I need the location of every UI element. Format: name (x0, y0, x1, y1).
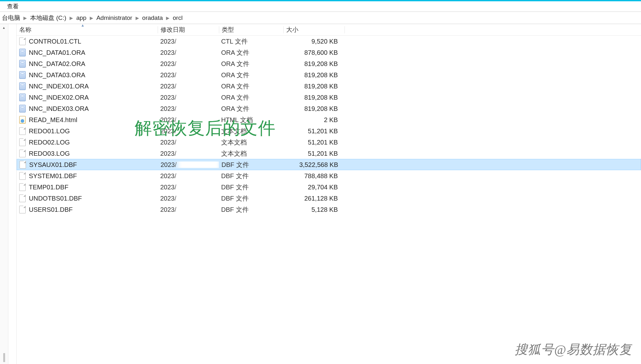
scroll-up-icon[interactable]: ▴ (2, 25, 6, 30)
file-row[interactable]: NNC_DATA01.ORA2023/ORA 文件878,600 KB (17, 47, 641, 58)
redacted-blur (180, 72, 217, 78)
nav-pane-gap (8, 24, 17, 364)
scroll-thumb[interactable] (3, 353, 5, 362)
file-date-label: 2023/ (161, 161, 177, 168)
column-headers: 名称 ▲ 修改日期 类型 大小 (17, 24, 641, 36)
database-file-icon (19, 105, 26, 112)
column-separator[interactable] (345, 26, 345, 33)
file-date-label: 2023/ (160, 105, 176, 112)
file-row[interactable]: NNC_INDEX02.ORA2023/ORA 文件819,208 KB (17, 92, 641, 103)
file-type-cell: ORA 文件 (219, 83, 283, 89)
file-name-label: NNC_DATA03.ORA (29, 72, 85, 78)
breadcrumb-segment[interactable]: orcl (171, 14, 184, 21)
file-type-cell: DBF 文件 (219, 206, 283, 213)
file-size-cell: 819,208 KB (283, 105, 344, 112)
chevron-right-icon[interactable]: ▶ (21, 15, 29, 21)
breadcrumb[interactable]: 台电脑▶本地磁盘 (C:)▶app▶Administrator▶oradata▶… (0, 12, 641, 24)
generic-file-icon (19, 172, 26, 180)
file-row[interactable]: SYSAUX01.DBF2023/DBF 文件3,522,568 KB (17, 159, 641, 170)
redacted-blur (180, 83, 217, 89)
redacted-blur (180, 49, 217, 56)
file-size-cell: 819,208 KB (283, 61, 344, 67)
file-row[interactable]: UNDOTBS01.DBF2023/DBF 文件261,128 KB (17, 193, 641, 204)
file-row[interactable]: TEMP01.DBF2023/DBF 文件29,704 KB (17, 181, 641, 193)
file-size-cell: 3,522,568 KB (283, 161, 344, 168)
file-name-label: NNC_INDEX01.ORA (29, 83, 89, 89)
chevron-right-icon[interactable]: ▶ (164, 15, 171, 21)
file-date-cell: 2023/ (158, 83, 219, 89)
file-type-cell: DBF 文件 (219, 195, 283, 202)
file-name-cell: REDO03.LOG (17, 150, 158, 157)
file-type-cell: DBF 文件 (219, 173, 283, 179)
file-date-cell: 2023/ (158, 161, 219, 168)
chevron-right-icon[interactable]: ▶ (134, 15, 141, 21)
generic-file-icon (20, 161, 26, 169)
file-date-label: 2023/ (160, 49, 176, 56)
file-row[interactable]: REDO01.LOG2023/文本文档51,201 KB (17, 125, 641, 136)
file-row[interactable]: NNC_INDEX01.ORA2023/ORA 文件819,208 KB (17, 80, 641, 92)
file-row[interactable]: REDO03.LOG2023/文本文档51,201 KB (17, 148, 641, 159)
file-date-label: 2023/ (160, 83, 176, 89)
generic-file-icon (19, 127, 26, 135)
file-row[interactable]: READ_ME4.html2023/HTML 文档2 KB (17, 114, 641, 125)
column-date[interactable]: 修改日期 (158, 26, 219, 34)
file-name-label: READ_ME4.html (29, 117, 77, 123)
file-row[interactable]: NNC_INDEX03.ORA2023/ORA 文件819,208 KB (17, 103, 641, 114)
file-row[interactable]: USERS01.DBF2023/DBF 文件5,128 KB (17, 204, 641, 215)
file-name-label: SYSTEM01.DBF (29, 173, 77, 179)
redacted-blur (180, 195, 217, 202)
breadcrumb-segment[interactable]: 本地磁盘 (C:) (29, 14, 68, 22)
file-date-cell: 2023/ (158, 117, 219, 123)
redacted-blur (180, 184, 217, 190)
file-name-label: NNC_INDEX02.ORA (29, 94, 89, 101)
file-date-cell: 2023/ (158, 61, 219, 67)
file-name-label: CONTROL01.CTL (29, 38, 81, 45)
file-type-cell: CTL 文件 (219, 38, 283, 45)
file-name-cell: CONTROL01.CTL (17, 37, 158, 45)
file-size-cell: 261,128 KB (283, 195, 344, 202)
file-date-label: 2023/ (160, 72, 176, 78)
file-name-cell: NNC_INDEX01.ORA (17, 82, 158, 90)
file-date-label: 2023/ (160, 61, 176, 67)
file-date-label: 2023/ (160, 38, 176, 45)
database-file-icon (19, 71, 26, 79)
chevron-right-icon[interactable]: ▶ (68, 15, 75, 21)
breadcrumb-segment[interactable]: oradata (141, 14, 164, 21)
chevron-right-icon[interactable]: ▶ (88, 15, 95, 21)
redacted-blur (180, 38, 217, 45)
file-row[interactable]: NNC_DATA03.ORA2023/ORA 文件819,208 KB (17, 69, 641, 80)
column-name[interactable]: 名称 ▲ (17, 26, 158, 34)
file-type-cell: ORA 文件 (219, 61, 283, 67)
column-size[interactable]: 大小 (284, 26, 345, 34)
generic-file-icon (19, 150, 26, 157)
file-date-label: 2023/ (160, 195, 176, 202)
file-name-cell: USERS01.DBF (17, 206, 158, 213)
file-size-cell: 878,600 KB (283, 49, 344, 56)
file-type-cell: 文本文档 (219, 139, 283, 145)
file-size-cell: 5,128 KB (283, 206, 344, 213)
file-row[interactable]: NNC_DATA02.ORA2023/ORA 文件819,208 KB (17, 58, 641, 69)
file-date-label: 2023/ (160, 117, 176, 123)
file-row[interactable]: CONTROL01.CTL2023/CTL 文件9,520 KB (17, 36, 641, 47)
nav-pane-scrollbar[interactable]: ▴ (0, 24, 8, 364)
file-size-cell: 51,201 KB (283, 150, 344, 157)
redacted-blur (180, 150, 217, 157)
breadcrumb-segment[interactable]: 台电脑 (1, 14, 21, 22)
file-name-label: REDO01.LOG (29, 128, 70, 134)
breadcrumb-segment[interactable]: Administrator (95, 14, 134, 21)
file-name-cell: NNC_DATA01.ORA (17, 49, 158, 56)
file-name-label: USERS01.DBF (29, 206, 73, 213)
file-date-label: 2023/ (160, 184, 176, 190)
file-date-cell: 2023/ (158, 128, 219, 134)
file-type-cell: DBF 文件 (219, 161, 283, 168)
breadcrumb-segment[interactable]: app (75, 14, 88, 21)
file-row[interactable]: SYSTEM01.DBF2023/DBF 文件788,488 KB (17, 170, 641, 181)
file-date-label: 2023/ (160, 173, 176, 179)
column-type[interactable]: 类型 (219, 26, 283, 34)
file-row[interactable]: REDO02.LOG2023/文本文档51,201 KB (17, 136, 641, 148)
file-date-cell: 2023/ (158, 139, 219, 145)
file-date-cell: 2023/ (158, 49, 219, 56)
menu-view[interactable]: 查看 (7, 3, 19, 10)
file-name-label: TEMP01.DBF (29, 184, 68, 190)
database-file-icon (19, 94, 26, 101)
